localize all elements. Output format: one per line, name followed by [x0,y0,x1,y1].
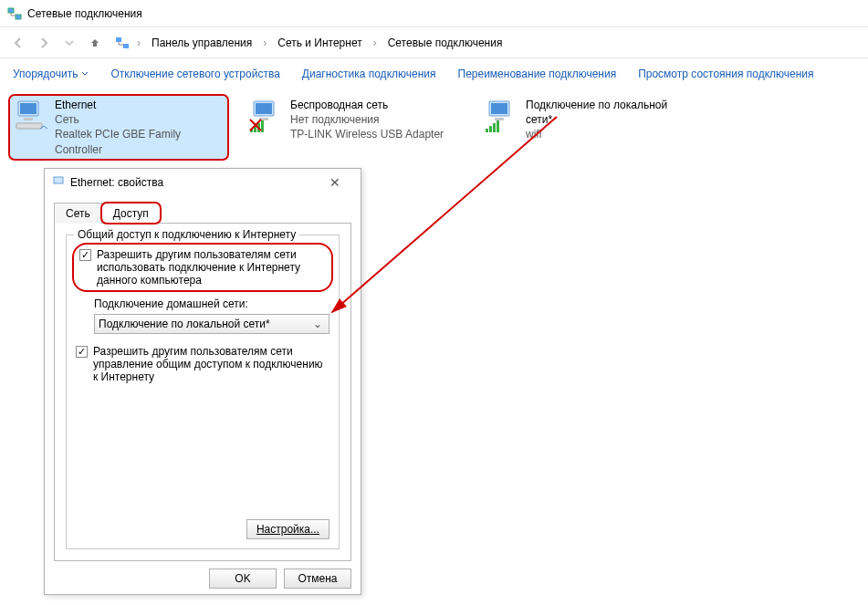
chevron-down-icon [81,70,89,78]
connection-title: Подключение по локальной сети* [526,98,677,127]
tab-access[interactable]: Доступ [101,203,161,224]
window-titlebar: Сетевые подключения [0,0,868,27]
rename-button[interactable]: Переименование подключения [458,68,617,80]
svg-rect-0 [8,8,14,13]
chevron-right-icon: › [137,37,141,49]
network-adapter-icon [13,98,49,134]
svg-rect-2 [116,37,121,42]
svg-rect-14 [261,120,264,132]
breadcrumb[interactable]: Сетевые подключения [384,35,507,51]
properties-dialog: Ethernet: свойства ✕ Сеть Доступ Общий д… [44,168,361,595]
window-title: Сетевые подключения [27,7,142,20]
svg-rect-17 [495,118,504,120]
settings-button[interactable]: Настройка... [246,519,329,539]
adapter-icon [52,175,65,191]
tab-network[interactable]: Сеть [54,203,102,224]
app-icon [7,6,22,21]
ics-group: Общий доступ к подключению к Интернету ✓… [66,235,340,549]
dialog-titlebar: Ethernet: свойства ✕ [45,169,361,196]
allow-control-checkbox[interactable]: ✓ Разрешить другим пользователям сети уп… [76,345,329,383]
cancel-button[interactable]: Отмена [284,568,351,589]
connections-list: Ethernet Сеть Realtek PCIe GBE Family Co… [0,89,868,165]
svg-rect-7 [16,123,42,129]
dialog-title: Ethernet: свойства [70,176,163,189]
connection-title: Ethernet [55,98,225,112]
allow-sharing-checkbox[interactable]: ✓ Разрешить другим пользователям сети ис… [76,246,329,288]
svg-rect-22 [54,177,63,183]
connection-wireless[interactable]: Беспроводная сеть Нет подключения TP-LIN… [245,95,464,145]
up-button[interactable] [84,32,106,54]
checkbox-icon: ✓ [79,249,91,261]
connection-lan[interactable]: Подключение по локальной сети* wifi [480,95,681,145]
checkbox-label: Разрешить другим пользователям сети упра… [93,345,329,383]
view-status-button[interactable]: Просмотр состояния подключения [638,68,813,80]
dialog-tabs: Сеть Доступ [54,202,351,224]
chevron-right-icon: › [373,37,377,49]
connection-adapter: TP-LINK Wireless USB Adapter [290,127,444,141]
svg-rect-6 [24,118,33,120]
dialog-footer: OK Отмена [209,568,351,589]
ok-button[interactable]: OK [209,568,277,589]
back-button[interactable] [7,32,29,54]
svg-rect-9 [256,103,272,114]
disable-device-button[interactable]: Отключение сетевого устройства [110,68,279,80]
svg-rect-18 [486,129,488,132]
chevron-down-icon: ⌄ [310,318,325,330]
svg-rect-21 [497,120,499,132]
svg-rect-5 [20,103,37,114]
checkbox-label: Разрешить другим пользователям сети испо… [97,248,326,287]
breadcrumb[interactable]: Сеть и Интернет [274,35,365,51]
svg-rect-19 [489,126,492,132]
breadcrumb[interactable]: Панель управления [148,35,256,51]
network-adapter-icon [484,98,520,134]
combo-value: Подключение по локальной сети* [99,318,270,330]
toolbar: Упорядочить Отключение сетевого устройст… [0,58,868,89]
home-network-label: Подключение домашней сети: [94,297,329,310]
address-icon [115,36,130,50]
connection-ethernet[interactable]: Ethernet Сеть Realtek PCIe GBE Family Co… [9,95,228,160]
connection-title: Беспроводная сеть [290,98,444,112]
forward-button[interactable] [33,32,55,54]
organize-menu[interactable]: Упорядочить [13,68,89,80]
address-bar[interactable]: › Панель управления › Сеть и Интернет › … [115,35,506,51]
tab-pane: Общий доступ к подключению к Интернету ✓… [54,224,351,561]
history-dropdown[interactable] [58,32,80,54]
svg-rect-16 [491,103,507,114]
group-legend: Общий доступ к подключению к Интернету [74,228,299,241]
diagnostics-button[interactable]: Диагностика подключения [302,68,436,80]
connection-adapter: Realtek PCIe GBE Family Controller [55,127,225,156]
connection-status: Сеть [55,112,225,127]
svg-rect-20 [493,123,496,132]
navbar: › Панель управления › Сеть и Интернет › … [0,27,868,58]
close-button[interactable]: ✕ [317,175,353,190]
connection-status: wifi [526,127,677,141]
connection-status: Нет подключения [290,112,444,127]
network-adapter-icon [248,98,285,134]
checkbox-icon: ✓ [76,346,88,358]
home-network-combo[interactable]: Подключение по локальной сети* ⌄ [94,314,329,334]
chevron-right-icon: › [263,37,267,49]
